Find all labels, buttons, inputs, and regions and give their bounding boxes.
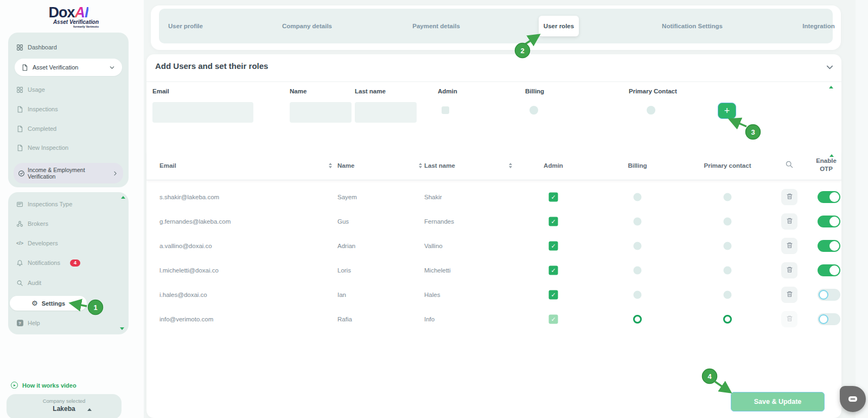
primary-contact-radio[interactable] (724, 290, 732, 299)
billing-radio[interactable] (634, 193, 642, 201)
cell-lastname: Hales (424, 292, 440, 298)
sort-icon[interactable] (329, 163, 332, 168)
email-field[interactable] (152, 102, 253, 123)
form-label-admin: Admin (438, 88, 457, 94)
check-circle-icon (18, 170, 25, 177)
sidebar-item-help[interactable]: ?Help (16, 318, 40, 328)
sidebar-item-developers[interactable]: </>Developers (16, 238, 58, 248)
form-label-lastname: Last name (355, 88, 386, 94)
otp-toggle[interactable] (818, 216, 840, 227)
scroll-up-icon[interactable] (121, 196, 125, 199)
sidebar-item-label: Asset Verification (33, 64, 78, 71)
tab-payment-details[interactable]: Payment details (412, 23, 460, 29)
otp-toggle[interactable] (818, 289, 840, 301)
card-icon (16, 201, 23, 208)
billing-radio[interactable] (634, 290, 642, 299)
sidebar-item-settings[interactable]: ⚙Settings (10, 296, 87, 311)
company-selector[interactable]: Company selected Lakeba (7, 394, 122, 418)
admin-checkbox[interactable]: ✓ (549, 290, 558, 299)
sidebar-item-asset-verification[interactable]: Asset Verification (15, 59, 122, 76)
settings-tab-bar: User profileCompany detailsPayment detai… (159, 9, 833, 43)
otp-toggle[interactable] (818, 191, 840, 203)
cell-name: Gus (337, 218, 349, 225)
otp-toggle[interactable] (818, 264, 840, 276)
form-label-billing: Billing (525, 88, 544, 94)
sort-icon[interactable] (509, 163, 512, 168)
grid-icon (16, 86, 23, 93)
otp-toggle[interactable] (818, 240, 840, 252)
billing-radio[interactable] (634, 266, 642, 274)
tab-user-roles-active[interactable]: User roles (539, 16, 579, 36)
delete-user-button[interactable] (781, 238, 797, 254)
scroll-up-icon[interactable] (829, 154, 834, 157)
how-it-works-video-link[interactable]: How it works video (11, 382, 76, 389)
admin-checkbox[interactable]: ✓ (549, 217, 558, 226)
save-update-button[interactable]: Save & Update (731, 392, 825, 411)
scroll-down-icon[interactable] (120, 327, 124, 330)
delete-user-button[interactable] (781, 262, 797, 278)
sidebar-item-dashboard[interactable]: Dashboard (16, 42, 57, 52)
sidebar-item-inspections[interactable]: Inspections (16, 104, 58, 114)
sidebar-item-new-inspection[interactable]: New Inspection (16, 143, 68, 153)
cell-lastname: Shakir (424, 194, 442, 200)
primary-contact-radio[interactable] (723, 315, 732, 324)
sidebar-item-label: Usage (28, 86, 45, 93)
col-header-primary: Primary contact (704, 162, 751, 169)
col-header-billing: Billing (628, 162, 647, 169)
otp-toggle[interactable] (818, 313, 840, 325)
sidebar-item-inspections-type[interactable]: Inspections Type (16, 199, 72, 209)
col-header-lastname[interactable]: Last name (424, 162, 455, 169)
delete-user-button[interactable] (781, 311, 797, 327)
billing-radio[interactable] (529, 106, 538, 115)
bell-icon (16, 259, 23, 267)
tab-user-profile[interactable]: User profile (168, 23, 203, 29)
col-header-name[interactable]: Name (337, 162, 354, 169)
grid-icon (16, 44, 23, 51)
admin-checkbox[interactable]: ✓ (549, 265, 558, 275)
search-icon[interactable] (785, 160, 794, 171)
billing-radio[interactable] (633, 315, 642, 324)
primary-contact-radio[interactable] (724, 266, 732, 274)
primary-contact-radio[interactable] (724, 193, 732, 201)
settings-tabs-card: User profileCompany detailsPayment detai… (151, 5, 841, 50)
sidebar-item-label: Brokers (28, 220, 48, 227)
sidebar-item-audit[interactable]: Audit (16, 278, 41, 288)
collapse-chevron-icon[interactable] (826, 63, 834, 73)
sidebar-item-usage[interactable]: Usage (16, 85, 45, 94)
billing-radio[interactable] (634, 217, 642, 225)
name-field[interactable] (290, 102, 352, 123)
sidebar-item-label: Audit (28, 280, 41, 286)
gear-icon: ⚙ (31, 300, 38, 307)
admin-checkbox[interactable]: ✓ (549, 192, 558, 201)
primary-contact-radio[interactable] (647, 106, 655, 115)
brand-accent: AI (75, 4, 88, 21)
delete-user-button[interactable] (781, 213, 797, 230)
delete-user-button[interactable] (781, 287, 797, 303)
sidebar-item-brokers[interactable]: Brokers (16, 219, 48, 229)
sidebar-item-completed[interactable]: Completed (16, 124, 56, 134)
sidebar-item-income-employment-verification[interactable]: Income & Employment Verification (14, 163, 123, 183)
form-label-primary: Primary Contact (629, 88, 677, 94)
billing-radio[interactable] (634, 242, 642, 250)
cell-name: Sayem (337, 194, 357, 200)
primary-contact-radio[interactable] (724, 217, 732, 225)
caret-up-icon (87, 408, 92, 411)
col-header-email[interactable]: Email (159, 162, 176, 169)
cell-email: a.vallino@doxai.co (159, 243, 212, 249)
sort-icon[interactable] (419, 163, 422, 168)
scroll-up-icon[interactable] (829, 86, 833, 88)
admin-checkbox[interactable] (442, 106, 449, 114)
table-row: i.hales@doxai.coIanHales✓ (146, 282, 841, 307)
admin-checkbox[interactable]: ✓ (549, 314, 558, 324)
chat-widget-button[interactable] (840, 386, 866, 412)
delete-user-button[interactable] (781, 189, 797, 205)
tab-integration[interactable]: Integration (802, 23, 834, 29)
add-user-button[interactable]: + (718, 103, 736, 119)
sidebar: DoxAI Asset Verification formerly Verimo… (0, 0, 144, 418)
sidebar-item-notifications[interactable]: Notifications4 (16, 258, 80, 268)
tab-notification-settings[interactable]: Notification Settings (662, 23, 723, 29)
admin-checkbox[interactable]: ✓ (549, 241, 558, 250)
primary-contact-radio[interactable] (724, 242, 732, 250)
lastname-field[interactable] (355, 102, 417, 123)
tab-company-details[interactable]: Company details (282, 23, 332, 29)
